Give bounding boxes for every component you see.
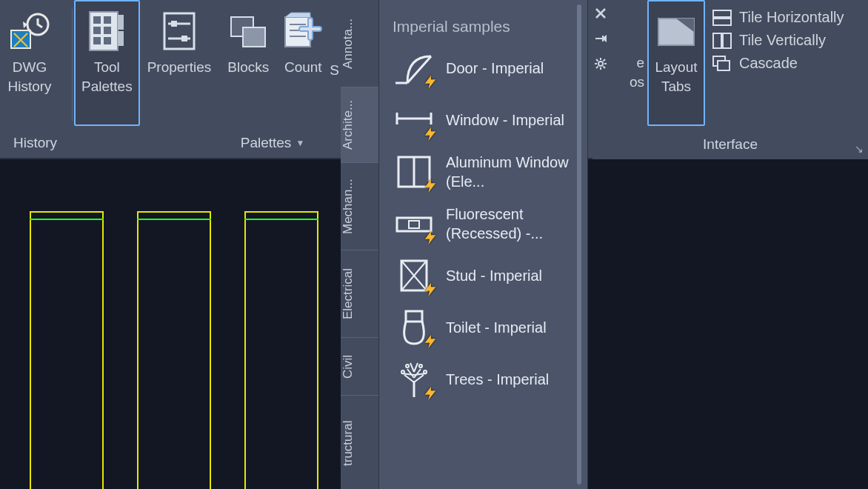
svg-line-54 [596,67,598,69]
properties-icon [157,9,201,53]
palette-item-door[interactable]: Door - Imperial [393,49,583,87]
count-icon [281,9,325,53]
palette-item-label: Door - Imperial [446,59,544,78]
tile-horizontal-label: Tile Horizontally [739,9,844,26]
svg-point-46 [419,365,422,367]
svg-rect-24 [713,19,731,25]
tile-vertically-item[interactable]: Tile Vertically [712,32,844,49]
tile-horizontal-icon [712,10,732,26]
ribbon-group-history: DWG History History [0,0,70,158]
drawing-objects [0,189,341,489]
svg-rect-26 [723,33,731,48]
svg-rect-13 [171,21,177,27]
svg-rect-11 [164,13,194,49]
svg-rect-10 [118,31,124,46]
tool-palette-panel: Imperial samples Door - Imperial Window … [379,0,588,489]
svg-line-52 [596,59,598,61]
dwg-history-button[interactable]: DWG History [0,0,59,126]
truncated-label-2: os [630,73,644,92]
palette-item-label: Aluminum Window (Ele... [446,153,572,191]
tile-vertical-label: Tile Vertically [739,32,826,49]
palette-item-label: Trees - Imperial [446,370,549,389]
dwg-history-label: DWG History [7,58,51,96]
palette-tab-strip: Annota... Archite... Mechan... Electrica… [341,0,379,489]
stud-icon [393,256,435,295]
tile-vertical-icon [712,33,732,49]
palette-title: Imperial samples [393,18,583,36]
svg-rect-25 [713,33,721,48]
properties-button[interactable]: Properties [140,0,219,126]
fluorescent-icon [393,204,435,243]
palette-item-toilet[interactable]: Toilet - Imperial [393,308,583,347]
tile-horizontally-item[interactable]: Tile Horizontally [712,9,844,26]
tool-palettes-button[interactable]: Tool Palettes [74,0,140,126]
palette-item-fluorescent[interactable]: Fluorescent (Recessed) -... [393,204,583,243]
palette-tab-electrical[interactable]: Electrical [341,250,378,338]
palette-tab-mechanical[interactable]: Mechan... [341,163,378,250]
panel-label-interface: Interface [592,130,868,159]
svg-line-55 [604,59,606,61]
window-icon [393,101,435,139]
svg-rect-23 [713,10,731,17]
palette-tab-civil[interactable]: Civil [341,338,378,396]
cascade-icon [712,56,732,72]
pin-icon[interactable] [592,30,610,47]
svg-rect-6 [104,27,111,34]
palette-item-window[interactable]: Window - Imperial [393,101,583,139]
tool-palettes-label: Tool Palettes [81,58,133,96]
svg-rect-28 [718,61,730,70]
palette-tab-structural[interactable]: tructural [341,396,378,489]
svg-rect-15 [181,36,187,41]
ribbon-divider [72,9,73,121]
ribbon-group-palettes: Tool Palettes Properties [74,0,341,158]
layout-tabs-button[interactable]: Layout Tabs [647,0,705,126]
svg-point-47 [598,61,603,66]
svg-rect-3 [93,16,101,24]
palette-item-trees[interactable]: Trees - Imperial [393,360,583,399]
svg-rect-17 [243,27,265,47]
close-icon[interactable] [592,4,610,22]
toilet-icon [393,308,435,347]
palette-side-controls [590,4,612,73]
ribbon-button-truncated[interactable]: S [328,0,341,126]
palette-item-label: Toilet - Imperial [446,318,547,337]
truncated-icon [622,9,644,49]
blocks-button[interactable]: Blocks [218,0,278,126]
cascade-item[interactable]: Cascade [712,55,844,72]
palette-item-label: Fluorescent (Recessed) -... [446,204,572,243]
truncated-label-1: e [636,53,644,73]
gear-icon[interactable] [592,55,610,73]
truncated-s-label: S [330,61,339,80]
panel-launcher-icon[interactable]: ↘ [855,143,864,155]
svg-rect-5 [93,27,101,34]
svg-rect-41 [406,311,422,322]
palette-tab-annotation[interactable]: Annota... [341,0,378,87]
palette-tab-architectural[interactable]: Archite... [341,87,378,163]
svg-point-45 [406,365,409,367]
panel-label-history: History [0,128,70,158]
blocks-label: Blocks [227,58,269,77]
palettes-dropdown-icon: ▼ [296,138,304,148]
ribbon-button-truncated-left[interactable]: e os [622,0,647,126]
properties-label: Properties [147,58,212,77]
blocks-icon [226,9,270,53]
count-button[interactable]: Count [278,0,328,126]
svg-rect-7 [93,37,101,44]
layout-tabs-icon [654,9,698,53]
svg-rect-9 [118,15,124,30]
dwg-history-icon [7,9,52,53]
palette-item-stud[interactable]: Stud - Imperial [393,256,583,295]
cascade-label: Cascade [739,55,798,72]
svg-point-43 [401,370,404,373]
svg-rect-37 [409,221,419,228]
ribbon-group-interface: e os Layout Tabs Tile Horizontally Tile … [592,0,868,159]
palette-item-label: Window - Imperial [446,110,564,130]
palette-item-label: Stud - Imperial [446,266,542,285]
door-icon [393,49,435,87]
count-label: Count [284,58,322,77]
panel-label-palettes[interactable]: Palettes ▼ [74,128,341,158]
aluminum-window-icon [393,153,435,191]
svg-rect-4 [104,16,111,24]
trees-icon [393,360,435,399]
palette-item-aluminum-window[interactable]: Aluminum Window (Ele... [393,153,583,191]
